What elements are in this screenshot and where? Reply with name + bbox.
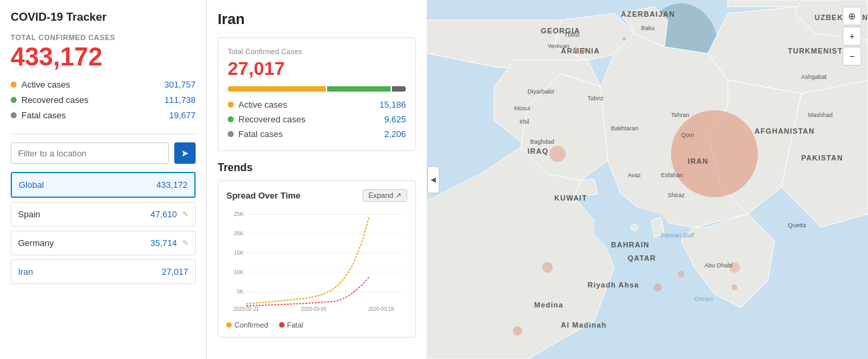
svg-text:Quetta: Quetta: [788, 222, 806, 229]
svg-text:BAHRAIN: BAHRAIN: [611, 241, 650, 249]
svg-point-62: [678, 271, 684, 277]
location-item-germany[interactable]: Germany 35,714 ✎: [11, 231, 196, 255]
divider: [11, 134, 196, 134]
fatal-cases-value: 19,677: [169, 110, 196, 120]
pb-active: [228, 86, 326, 92]
expand-button[interactable]: Expand ↗: [363, 189, 407, 202]
recovered-cases-value: 111,738: [164, 95, 196, 105]
total-confirmed-value: 433,172: [11, 43, 196, 72]
svg-point-18: [542, 262, 553, 273]
pb-fatal: [392, 86, 406, 92]
zoom-in-icon: +: [849, 31, 855, 41]
location-name-iran: Iran: [18, 267, 33, 277]
svg-text:AZERBAIJAN: AZERBAIJAN: [621, 10, 675, 18]
card-recovered-dot: [228, 116, 234, 122]
svg-text:Baghdad: Baghdad: [530, 138, 554, 145]
location-name-global: Global: [19, 180, 44, 190]
svg-text:IRAQ: IRAQ: [527, 147, 549, 155]
country-title: Iran: [218, 11, 416, 28]
location-name-germany: Germany: [18, 238, 53, 248]
location-item-spain[interactable]: Spain 47,610 ✎: [11, 202, 196, 227]
svg-point-16: [671, 110, 758, 197]
svg-text:Irbil: Irbil: [519, 118, 529, 125]
svg-text:20K: 20K: [234, 230, 244, 237]
location-count-spain: 47,610: [150, 209, 177, 219]
svg-text:Qom: Qom: [681, 132, 694, 138]
svg-text:Riyadh Ahsa: Riyadh Ahsa: [588, 281, 639, 289]
svg-point-21: [622, 37, 626, 41]
active-cases-row: Active cases 301,757: [11, 80, 196, 90]
location-item-iran[interactable]: Iran 27,017: [11, 259, 196, 284]
svg-text:Oman: Oman: [694, 295, 714, 302]
sidebar: COVID-19 Tracker TOTAL CONFIRMED CASES 4…: [0, 0, 207, 359]
recovered-cases-row: Recovered cases 111,738: [11, 95, 196, 105]
stats-card-label: Total Confirmed Cases: [228, 47, 406, 55]
svg-text:Esfahan: Esfahan: [661, 172, 683, 178]
active-cases-label: Active cases: [21, 80, 70, 90]
stats-card-value: 27,017: [228, 58, 406, 80]
chart-title: Spread Over Time: [226, 191, 300, 201]
svg-text:2020-03-05: 2020-03-05: [301, 306, 327, 312]
progress-bar: [228, 86, 406, 92]
stats-card: Total Confirmed Cases 27,017 Active case…: [218, 37, 416, 151]
collapse-icon: ◀: [431, 176, 436, 183]
legend-confirmed: Confirmed: [226, 321, 268, 329]
card-recovered-label: Recovered cases: [238, 114, 305, 124]
svg-text:2020-02-21: 2020-02-21: [234, 306, 259, 312]
map-panel: ◀ ⊕ + − .land { fill: #e8e8e4; stroke: #…: [427, 0, 868, 359]
chart-card: Spread Over Time Expand ↗ 25K 20K 15K 10…: [218, 181, 416, 338]
spread-chart: 25K 20K 15K 10K 5K 2020-02-21 2020-03-05…: [226, 207, 407, 314]
svg-point-15: [631, 224, 638, 231]
chart-header: Spread Over Time Expand ↗: [226, 189, 407, 202]
location-item-global[interactable]: Global 433,172: [11, 172, 196, 198]
svg-text:Persian Gulf: Persian Gulf: [661, 232, 694, 239]
fatal-cases-label: Fatal cases: [21, 110, 65, 120]
card-recovered-value: 9,625: [384, 114, 406, 124]
card-fatal-value: 2,206: [384, 129, 406, 139]
svg-point-59: [731, 284, 738, 291]
svg-text:AFGHANISTAN: AFGHANISTAN: [754, 127, 815, 135]
svg-text:Ashgabat: Ashgabat: [801, 74, 827, 80]
zoom-out-icon: −: [849, 51, 855, 62]
locate-button[interactable]: ⊕: [843, 7, 861, 25]
svg-text:QATAR: QATAR: [628, 254, 656, 262]
fatal-legend-dot: [279, 322, 284, 328]
svg-point-60: [513, 326, 522, 336]
svg-text:Mosul: Mosul: [514, 105, 530, 112]
svg-text:Medina: Medina: [534, 301, 564, 309]
svg-text:Tehran: Tehran: [671, 112, 690, 118]
card-fatal-row: Fatal cases 2,206: [228, 129, 406, 139]
card-active-dot: [228, 102, 234, 108]
card-fatal-dot: [228, 131, 234, 137]
confirmed-legend-label: Confirmed: [234, 321, 268, 329]
fatal-legend-label: Fatal: [287, 321, 303, 329]
filter-row: ➤: [11, 142, 196, 164]
location-count-global: 433,172: [156, 180, 188, 190]
trends-title: Trends: [218, 162, 416, 174]
filter-navigate-button[interactable]: ➤: [174, 142, 196, 164]
zoom-out-button[interactable]: −: [843, 47, 861, 66]
svg-text:Al Madinah: Al Madinah: [561, 321, 607, 329]
filter-input[interactable]: [11, 142, 169, 164]
legend-fatal: Fatal: [279, 321, 303, 329]
edit-icon-spain: ✎: [182, 210, 188, 219]
svg-text:GEORGIA: GEORGIA: [541, 27, 580, 35]
location-count-germany: 35,714: [150, 238, 177, 248]
svg-text:2020-03-18: 2020-03-18: [369, 306, 395, 312]
map-svg: .land { fill: #e8e8e4; stroke: #fff; str…: [427, 0, 868, 359]
svg-text:IRAN: IRAN: [688, 157, 708, 165]
fatal-cases-row: Fatal cases 19,677: [11, 110, 196, 120]
card-active-label: Active cases: [238, 100, 287, 110]
chart-legend: Confirmed Fatal: [226, 321, 407, 329]
map-collapse-button[interactable]: ◀: [427, 166, 439, 193]
svg-text:Tabriz: Tabriz: [588, 95, 604, 102]
svg-text:Yerevan: Yerevan: [548, 43, 570, 49]
svg-text:Diyarbakir: Diyarbakir: [527, 88, 555, 95]
svg-text:25K: 25K: [234, 211, 244, 217]
app-title: COVID-19 Tracker: [11, 11, 196, 24]
zoom-in-button[interactable]: +: [843, 27, 861, 45]
svg-text:PAKISTAN: PAKISTAN: [801, 154, 843, 162]
svg-text:Bakhtaran: Bakhtaran: [611, 125, 638, 132]
svg-text:5K: 5K: [237, 288, 244, 295]
svg-text:Baku: Baku: [641, 25, 655, 31]
